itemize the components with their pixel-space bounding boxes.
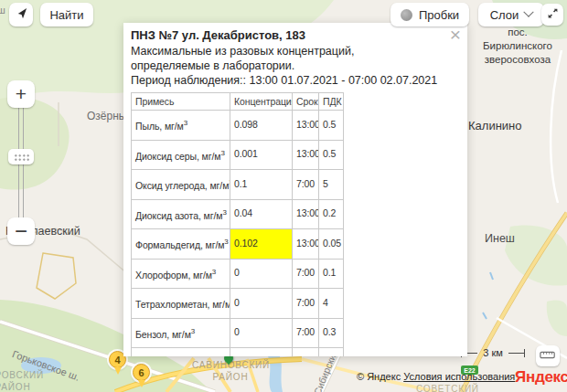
table-row: Тетрахлорметан, мг/м307:004: [132, 289, 344, 319]
traffic-button-label: Пробки: [419, 8, 459, 22]
table-row: Бензол, мг/м307:000.3: [132, 318, 344, 348]
table-row: Формальдегид, мг/м30.10213:000.05: [132, 229, 344, 260]
table-row: Пыль, мг/м30.09813:000.5: [132, 111, 344, 141]
traffic-button[interactable]: Пробки: [390, 3, 469, 26]
close-icon[interactable]: ×: [450, 26, 461, 44]
ruler-icon: [540, 349, 556, 363]
column-header-substance: Примесь: [132, 93, 230, 111]
expand-arrows-icon: [547, 7, 559, 22]
layers-button[interactable]: Слои: [478, 3, 544, 26]
yandex-logo: Яндекс: [515, 368, 567, 387]
marker-number: 4: [114, 355, 120, 366]
zoom-slider-handle[interactable]: [8, 149, 34, 164]
popup-title: ПНЗ №7 ул. Декабристов, 183: [131, 27, 458, 44]
scale-label: 3 км: [477, 347, 508, 358]
column-header-limit: ПДК: [319, 93, 344, 111]
table-row: Толуол, мг/м307:000.6: [132, 348, 344, 357]
minus-icon: −: [15, 218, 27, 244]
table-row: Диоксид азота, мг/м30.0413:000.2: [132, 199, 344, 229]
map-label-edge-fragment: ш: [0, 5, 5, 16]
marker-number: 6: [138, 367, 144, 378]
popup-observation-period: Период наблюдения:: 13:00 01.07.2021 - 0…: [131, 73, 458, 88]
map-label-kalinino: Калинино: [468, 119, 522, 132]
popup-description-line1: Максимальные из разовых концентраций,: [131, 44, 458, 58]
search-button-label: Найти: [49, 8, 83, 22]
layers-button-label: Слои: [490, 8, 519, 22]
map-attribution: © Яндекс Условия использования: [357, 371, 515, 382]
map-label-inesh: Инеш: [485, 232, 515, 245]
table-row: Хлороформ, мг/м307:000.1: [132, 259, 344, 289]
copyright-text: © Яндекс: [357, 371, 401, 382]
table-row: Диоксид серы, мг/м30.00113:000.5: [132, 140, 344, 170]
table-header-row: Примесь Концентрация Срок ПДК: [132, 93, 344, 111]
ruler-button[interactable]: [536, 345, 560, 366]
popup-description-line2: определяемые в лаборатории.: [131, 58, 458, 73]
map-label-sovetsky-district: СОВЕТСКИЙ: [416, 383, 479, 392]
yandex-map-app: ш пос. Бирюлинского зверосовхоза Калинин…: [0, 0, 567, 392]
chevron-down-icon: [524, 7, 534, 17]
terms-of-use-link[interactable]: Условия использования: [403, 371, 515, 382]
column-header-concentration: Концентрация: [230, 93, 293, 111]
zoom-in-button[interactable]: +: [7, 80, 35, 108]
pollutants-table-body: Пыль, мг/м30.09813:000.5Диоксид серы, мг…: [132, 111, 344, 357]
pollutants-table: Примесь Концентрация Срок ПДК Пыль, мг/м…: [131, 92, 344, 356]
plus-icon: +: [16, 83, 27, 105]
traffic-light-icon: [401, 9, 412, 21]
fullscreen-button[interactable]: [541, 4, 563, 26]
zoom-out-button[interactable]: −: [7, 217, 35, 245]
station-popup: × ПНЗ №7 ул. Декабристов, 183 Максимальн…: [123, 23, 467, 356]
map-label-kirovsky-district: КИРОВСКИЙ РАЙОН: [0, 369, 51, 392]
search-button[interactable]: Найти: [40, 3, 93, 26]
scale-tick-right: [524, 349, 525, 357]
map-marker-station-6[interactable]: 6: [133, 364, 150, 381]
column-header-time: Срок: [293, 93, 319, 111]
map-label-biryulino: пос. Бирюлинского зверосовхоза: [474, 26, 562, 67]
grip-dots-icon: [14, 154, 29, 161]
navigation-arrow-icon: [15, 6, 28, 23]
map-scale-bar: 3 км: [461, 347, 525, 358]
table-row: Оксид углерода, мг/м30.17:005: [132, 170, 344, 200]
scale-line-right: [508, 353, 524, 354]
locate-button[interactable]: [9, 3, 33, 26]
